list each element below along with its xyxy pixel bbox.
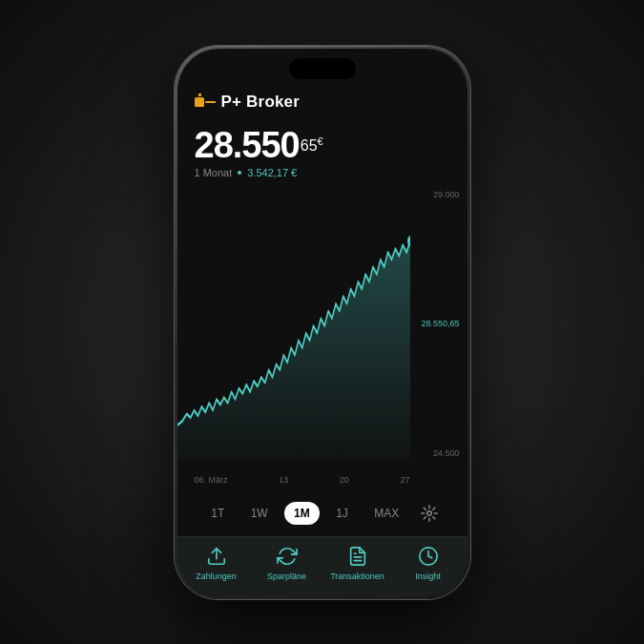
nav-item-zahlungen[interactable]: Zahlungen — [181, 545, 252, 581]
phone-frame: P+ Broker 28.55065€ 1 Monat 3.542,17 € 2… — [175, 46, 470, 599]
time-btn-1w[interactable]: 1W — [241, 502, 278, 525]
chart-x-labels: 06. März 13 20 27 — [195, 475, 410, 485]
nav-label-transaktionen: Transaktionen — [330, 571, 384, 581]
period-info: 1 Monat 3.542,17 € — [195, 167, 450, 178]
time-btn-1j[interactable]: 1J — [326, 502, 358, 525]
header: P+ Broker — [195, 93, 450, 112]
nav-label-zahlungen: Zahlungen — [196, 571, 237, 581]
portfolio-value: 28.55065€ — [195, 127, 450, 163]
time-selector: 1T 1W 1M 1J MAX — [195, 490, 450, 536]
value-main: 28.550 — [195, 125, 300, 165]
bottom-nav: Zahlungen Sparpläne — [177, 536, 467, 596]
chart-svg-area — [177, 186, 410, 462]
phone-screen: P+ Broker 28.55065€ 1 Monat 3.542,17 € 2… — [177, 49, 467, 596]
chart-y-current: 28.550,65 — [421, 319, 459, 328]
chart-x-2: 13 — [279, 475, 288, 485]
dynamic-island — [289, 58, 356, 79]
screen-content: P+ Broker 28.55065€ 1 Monat 3.542,17 € 2… — [177, 79, 467, 536]
settings-button[interactable] — [416, 500, 443, 527]
upload-icon — [205, 545, 228, 568]
nav-item-transaktionen[interactable]: Transaktionen — [322, 545, 393, 581]
nav-item-insight[interactable]: Insight — [393, 545, 464, 581]
logo-icon — [195, 93, 216, 111]
clock-icon — [417, 545, 440, 568]
period-dot — [238, 171, 241, 175]
period-label: 1 Monat — [195, 167, 233, 178]
svg-point-3 — [407, 236, 410, 247]
svg-rect-0 — [195, 97, 204, 107]
refresh-icon — [276, 545, 299, 568]
svg-point-4 — [426, 510, 431, 515]
nav-item-sparplaene[interactable]: Sparpläne — [252, 545, 322, 581]
time-btn-max[interactable]: MAX — [364, 502, 408, 525]
nav-label-insight: Insight — [415, 571, 441, 581]
chart-y-bottom: 24.500 — [421, 448, 459, 458]
period-change: 3.542,17 € — [247, 167, 297, 178]
chart-y-top: 29.000 — [421, 190, 459, 199]
app-title: P+ Broker — [221, 93, 301, 112]
time-btn-1m[interactable]: 1M — [284, 502, 320, 525]
chart-x-3: 20 — [340, 475, 349, 485]
document-icon — [346, 545, 369, 568]
svg-rect-1 — [198, 93, 201, 96]
nav-label-sparplaene: Sparpläne — [267, 571, 306, 581]
chart-x-4: 27 — [400, 475, 409, 485]
chart-container: 29.000 28.550,65 24.500 — [177, 186, 467, 490]
value-cents: 65€ — [301, 137, 323, 154]
chart-x-1: 06. März — [195, 475, 228, 485]
chart-y-labels: 29.000 28.550,65 24.500 — [421, 186, 459, 462]
time-btn-1t[interactable]: 1T — [201, 502, 234, 525]
